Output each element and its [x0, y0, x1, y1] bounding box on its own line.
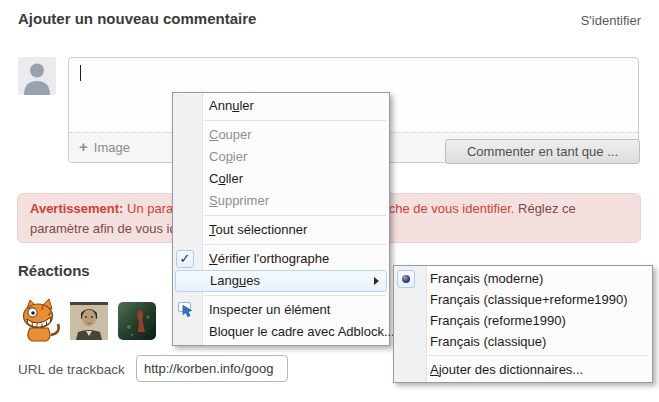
menu-item-label: Couper — [209, 127, 252, 142]
menu-separator — [204, 120, 386, 121]
menu-item-couper: Couper — [173, 124, 389, 146]
menu-item-label: Bloquer le cadre avec Adblock... — [209, 324, 395, 339]
menu-separator — [204, 244, 386, 245]
menu-item-label: Copier — [209, 149, 247, 164]
artwork-avatar-image — [118, 302, 156, 340]
menu-item-label: Ajouter des dictionnaires... — [430, 362, 583, 377]
menu-item-label: Tout sélectionner — [209, 222, 307, 237]
menu-item-label: Annuler — [209, 98, 254, 113]
cat-avatar[interactable] — [16, 298, 62, 344]
menu-item-bloquer-adblock[interactable]: Bloquer le cadre avec Adblock... — [173, 321, 389, 343]
menu-item-label: Langues — [210, 273, 260, 288]
man-avatar-image — [70, 302, 108, 340]
cat-avatar-image — [16, 298, 62, 344]
menu-item-langues[interactable]: Langues — [175, 270, 387, 292]
context-menu: AnnulerCouperCopierCollerSupprimerTout s… — [172, 92, 390, 346]
menu-separator — [428, 355, 649, 356]
default-avatar — [18, 57, 56, 95]
add-image-button[interactable]: +Image — [79, 138, 130, 156]
menu-item-copier: Copier — [173, 146, 389, 168]
submenu-arrow-icon — [374, 277, 379, 285]
menu-item-label: Français (classique) — [430, 334, 546, 349]
page-title: Ajouter un nouveau commentaire — [18, 10, 256, 27]
menu-item-annuler[interactable]: Annuler — [173, 95, 389, 117]
plus-icon: + — [79, 138, 88, 156]
menu-item-inspecter-element[interactable]: Inspecter un élément — [173, 299, 389, 321]
artwork-avatar[interactable] — [118, 302, 156, 340]
menu-item-francais-moderne[interactable]: Français (moderne) — [394, 268, 652, 289]
menu-item-tout-selectionner[interactable]: Tout sélectionner — [173, 219, 389, 241]
add-image-label: Image — [94, 140, 130, 155]
menu-item-label: Français (classique+reforme1990) — [430, 292, 628, 307]
text-caret — [80, 65, 81, 81]
warning-prefix: Avertissement: — [30, 201, 123, 216]
person-silhouette-icon — [18, 57, 56, 95]
languages-submenu: Français (moderne)Français (classique+re… — [393, 265, 653, 383]
signin-link[interactable]: S'identifier — [581, 13, 641, 28]
radio-selected-icon — [397, 270, 415, 288]
menu-item-label: Français (moderne) — [430, 271, 543, 286]
man-avatar[interactable] — [70, 302, 108, 340]
menu-separator — [204, 215, 386, 216]
comment-as-button[interactable]: Commenter en tant que ... — [445, 139, 640, 164]
menu-item-francais-classique[interactable]: Français (classique) — [394, 331, 652, 352]
menu-item-label: Vérifier l'orthographe — [209, 251, 329, 266]
inspect-element-icon — [178, 302, 194, 318]
menu-item-verifier-orthographe[interactable]: ✓Vérifier l'orthographe — [173, 248, 389, 270]
menu-item-supprimer: Supprimer — [173, 190, 389, 212]
trackback-url-input[interactable] — [136, 355, 288, 382]
menu-item-label: Inspecter un élément — [209, 302, 330, 317]
menu-item-label: Coller — [209, 171, 243, 186]
menu-item-label: Supprimer — [209, 193, 269, 208]
menu-item-francais-classique-reforme1990[interactable]: Français (classique+reforme1990) — [394, 289, 652, 310]
menu-item-francais-reforme1990[interactable]: Français (reforme1990) — [394, 310, 652, 331]
menu-item-coller[interactable]: Coller — [173, 168, 389, 190]
menu-item-ajouter-dictionnaires[interactable]: Ajouter des dictionnaires... — [394, 359, 652, 380]
reactions-title: Réactions — [18, 262, 90, 279]
checkmark-icon: ✓ — [176, 250, 194, 268]
menu-separator — [204, 295, 386, 296]
trackback-label: URL de trackback — [18, 362, 125, 377]
menu-item-label: Français (reforme1990) — [430, 313, 566, 328]
comment-page: Ajouter un nouveau commentaire S'identif… — [0, 0, 659, 402]
